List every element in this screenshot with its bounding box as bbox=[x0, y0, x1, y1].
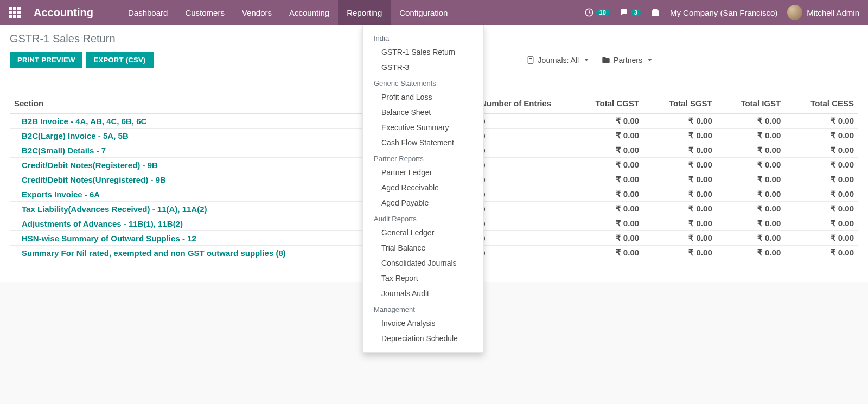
cell-cess: ₹ 0.00 bbox=[785, 129, 858, 143]
cell-igst: ₹ 0.00 bbox=[717, 187, 785, 202]
export-csv-button[interactable]: EXPORT (CSV) bbox=[86, 52, 153, 68]
cell-igst: ₹ 0.00 bbox=[717, 172, 785, 187]
cell-entries: 0 bbox=[476, 187, 570, 202]
partners-filter[interactable]: Partners bbox=[602, 56, 652, 65]
avatar bbox=[787, 5, 802, 20]
cell-cgst: ₹ 0.00 bbox=[570, 172, 643, 187]
cell-igst: ₹ 0.00 bbox=[717, 114, 785, 129]
cell-cgst: ₹ 0.00 bbox=[570, 202, 643, 216]
cell-igst: ₹ 0.00 bbox=[717, 202, 785, 216]
cell-entries: 0 bbox=[476, 246, 570, 260]
gift-icon[interactable] bbox=[650, 8, 660, 17]
print-preview-button[interactable]: PRINT PREVIEW bbox=[10, 52, 82, 68]
top-navbar: Accounting Dashboard Customers Vendors A… bbox=[0, 0, 868, 25]
dropdown-item[interactable]: Balance Sheet bbox=[363, 105, 483, 120]
cell-cgst: ₹ 0.00 bbox=[570, 114, 643, 129]
dropdown-item[interactable]: Aged Payable bbox=[363, 195, 483, 210]
dropdown-section-header: Generic Statements bbox=[363, 75, 483, 89]
conversation-icon bbox=[619, 8, 629, 17]
cell-sgst: ₹ 0.00 bbox=[643, 114, 717, 129]
messages-button[interactable]: 3 bbox=[619, 8, 641, 17]
nav-configuration[interactable]: Configuration bbox=[391, 0, 456, 25]
cell-cess: ₹ 0.00 bbox=[785, 202, 858, 216]
dropdown-item[interactable]: Profit and Loss bbox=[363, 89, 483, 105]
col-cess: Total CESS bbox=[785, 93, 858, 114]
cell-sgst: ₹ 0.00 bbox=[643, 231, 717, 246]
dropdown-item[interactable]: Partner Ledger bbox=[363, 165, 483, 180]
col-sgst: Total SGST bbox=[643, 93, 717, 114]
dropdown-item[interactable]: Consolidated Journals bbox=[363, 255, 483, 271]
reporting-dropdown: IndiaGSTR-1 Sales ReturnGSTR-3Generic St… bbox=[362, 25, 484, 282]
cell-sgst: ₹ 0.00 bbox=[643, 216, 717, 231]
cell-entries: 0 bbox=[476, 216, 570, 231]
nav-accounting[interactable]: Accounting bbox=[280, 0, 338, 25]
cell-cess: ₹ 0.00 bbox=[785, 172, 858, 187]
cell-entries: 0 bbox=[476, 172, 570, 187]
cell-cgst: ₹ 0.00 bbox=[570, 143, 643, 158]
cell-sgst: ₹ 0.00 bbox=[643, 158, 717, 172]
cell-entries: 0 bbox=[476, 114, 570, 129]
cell-cgst: ₹ 0.00 bbox=[570, 187, 643, 202]
cell-entries: 0 bbox=[476, 143, 570, 158]
cell-cess: ₹ 0.00 bbox=[785, 143, 858, 158]
cell-sgst: ₹ 0.00 bbox=[643, 143, 717, 158]
cell-cgst: ₹ 0.00 bbox=[570, 231, 643, 246]
cell-igst: ₹ 0.00 bbox=[717, 158, 785, 172]
col-cgst: Total CGST bbox=[570, 93, 643, 114]
partners-filter-label: Partners bbox=[614, 56, 642, 65]
nav-vendors[interactable]: Vendors bbox=[233, 0, 280, 25]
cell-cgst: ₹ 0.00 bbox=[570, 158, 643, 172]
cell-igst: ₹ 0.00 bbox=[717, 231, 785, 246]
user-name: Mitchell Admin bbox=[807, 8, 859, 17]
cell-cgst: ₹ 0.00 bbox=[570, 246, 643, 260]
dropdown-item[interactable]: Executive Summary bbox=[363, 120, 483, 135]
dropdown-item[interactable]: Cash Flow Statement bbox=[363, 135, 483, 150]
cell-igst: ₹ 0.00 bbox=[717, 129, 785, 143]
cell-cess: ₹ 0.00 bbox=[785, 231, 858, 246]
cell-cess: ₹ 0.00 bbox=[785, 187, 858, 202]
cell-cgst: ₹ 0.00 bbox=[570, 129, 643, 143]
dropdown-item[interactable]: GSTR-1 Sales Return bbox=[363, 44, 483, 60]
dropdown-item[interactable]: Tax Report bbox=[363, 271, 483, 282]
apps-icon[interactable] bbox=[9, 7, 21, 18]
dropdown-section-header: India bbox=[363, 30, 483, 44]
user-menu[interactable]: Mitchell Admin bbox=[787, 5, 859, 20]
journals-filter[interactable]: Journals: All bbox=[526, 56, 589, 65]
nav-customers[interactable]: Customers bbox=[176, 0, 233, 25]
cell-igst: ₹ 0.00 bbox=[717, 216, 785, 231]
cell-sgst: ₹ 0.00 bbox=[643, 246, 717, 260]
cell-cgst: ₹ 0.00 bbox=[570, 216, 643, 231]
col-igst: Total IGST bbox=[717, 93, 785, 114]
cell-sgst: ₹ 0.00 bbox=[643, 172, 717, 187]
dropdown-item[interactable]: GSTR-3 bbox=[363, 60, 483, 75]
dropdown-item[interactable]: Aged Receivable bbox=[363, 180, 483, 195]
caret-down-icon bbox=[648, 59, 652, 61]
book-icon bbox=[526, 56, 535, 65]
cell-cess: ₹ 0.00 bbox=[785, 216, 858, 231]
messages-count: 3 bbox=[631, 9, 641, 16]
clock-icon bbox=[584, 8, 594, 17]
cell-sgst: ₹ 0.00 bbox=[643, 187, 717, 202]
cell-igst: ₹ 0.00 bbox=[717, 143, 785, 158]
main-nav: Dashboard Customers Vendors Accounting R… bbox=[119, 0, 456, 25]
nav-reporting[interactable]: Reporting bbox=[338, 0, 391, 25]
app-brand[interactable]: Accounting bbox=[34, 7, 93, 19]
col-entries: Number of Entries bbox=[476, 93, 570, 114]
cell-cess: ₹ 0.00 bbox=[785, 158, 858, 172]
cell-sgst: ₹ 0.00 bbox=[643, 129, 717, 143]
cell-entries: 0 bbox=[476, 158, 570, 172]
dropdown-section-header: Partner Reports bbox=[363, 150, 483, 165]
cell-cess: ₹ 0.00 bbox=[785, 114, 858, 129]
dropdown-section-header: Audit Reports bbox=[363, 210, 483, 225]
dropdown-item[interactable]: Trial Balance bbox=[363, 240, 483, 255]
folder-icon bbox=[602, 56, 610, 65]
cell-igst: ₹ 0.00 bbox=[717, 246, 785, 260]
company-switcher[interactable]: My Company (San Francisco) bbox=[670, 8, 777, 17]
cell-sgst: ₹ 0.00 bbox=[643, 202, 717, 216]
activities-button[interactable]: 10 bbox=[584, 8, 609, 17]
journals-filter-label: Journals: All bbox=[538, 56, 579, 65]
nav-dashboard[interactable]: Dashboard bbox=[119, 0, 176, 25]
cell-entries: 0 bbox=[476, 129, 570, 143]
cell-cess: ₹ 0.00 bbox=[785, 246, 858, 260]
dropdown-item[interactable]: General Ledger bbox=[363, 225, 483, 240]
